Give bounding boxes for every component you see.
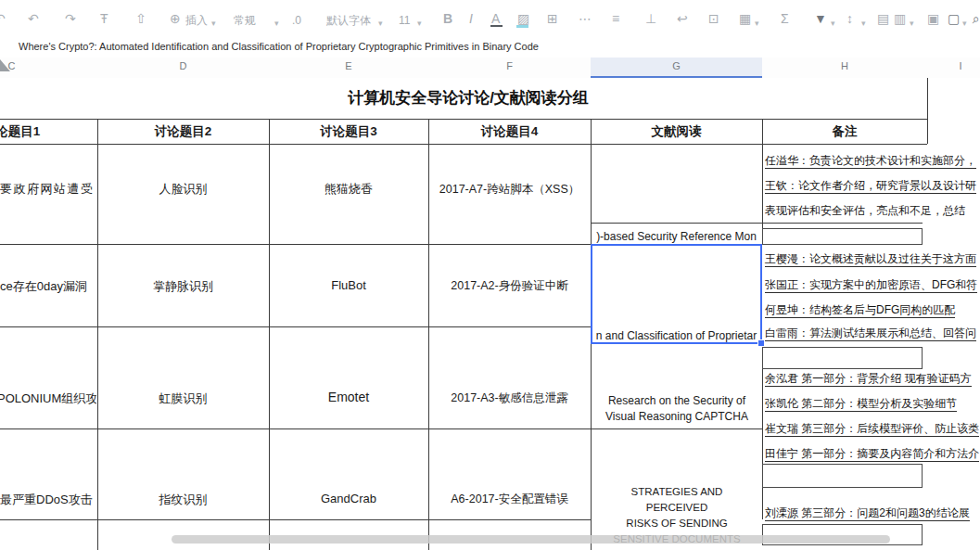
cell-g-row3[interactable]: Research on the Security of Visual Reaso… [605,393,749,425]
note-line[interactable]: 张国正：实现方案中的加密原语、DFG和符 [765,278,977,292]
cell-d-row4[interactable]: 指纹识别 [97,492,269,508]
borders-icon[interactable]: ⊞ [547,10,558,27]
cell-c-row3[interactable]: POLONIUM组织攻 [0,390,96,407]
spreadsheet-app: ↶ ↶ ↷ Ŧ ⇧ ⊕ 插入 ▾ 常规 ▾ .0 默认字体 ▾ 11 ▾ B I… [0,0,980,550]
filter-caret-icon[interactable]: ▾ [831,15,835,32]
search-icon[interactable]: ⌕ [973,10,980,27]
note-line[interactable]: 余泓君 第一部分：背景介绍 现有验证码方 [765,372,972,386]
insert-plus-icon[interactable]: ⊕ [170,10,181,27]
grid-line [0,519,591,520]
header-topic3[interactable]: 讨论题目3 [269,123,428,140]
cell-c-row2[interactable]: ce存在0day漏洞 [0,278,96,295]
selected-cell-outline[interactable] [591,244,762,344]
cell-e-row2[interactable]: FluBot [269,278,428,292]
merge-caret-icon[interactable]: ▾ [755,15,759,32]
font-name-caret-icon[interactable]: ▾ [378,15,383,32]
data-format-icon[interactable]: ▥ [894,10,906,27]
fill-accent-bar [516,25,528,28]
font-size-caret-icon[interactable]: ▾ [417,15,422,32]
note-line[interactable]: 田佳宁 第一部分：摘要及内容简介和方法介 [765,447,979,461]
sort-icon[interactable]: ↕ [846,10,853,27]
cell-d-row2[interactable]: 掌静脉识别 [97,278,269,295]
vertical-align-icon[interactable]: ⊥ [645,10,656,27]
sort-caret-icon[interactable]: ▾ [861,15,866,32]
cell-f-row4[interactable]: A6-2017-安全配置错误 [428,492,591,507]
font-name-select[interactable]: 默认字体 [326,12,371,29]
header-remarks[interactable]: 备注 [762,123,927,140]
header-reading[interactable]: 文献阅读 [591,123,762,140]
cell-f-row3[interactable]: 2017-A3-敏感信息泄露 [428,390,591,406]
selection-fill-handle[interactable] [757,339,765,347]
column-header-i[interactable]: I [927,60,980,71]
column-header-f[interactable]: F [428,60,591,71]
column-header-d[interactable]: D [97,60,269,71]
note-line[interactable]: 任溢华：负责论文的技术设计和实施部分， [765,154,976,168]
header-topic1[interactable]: 讨论题目1 [0,123,97,140]
header-topic2[interactable]: 讨论题目2 [97,123,269,140]
empty-note-cell[interactable] [762,228,923,245]
cell-e-row1[interactable]: 熊猫烧香 [269,181,428,198]
insert-caret-icon[interactable]: ▾ [211,15,216,32]
column-header-c[interactable]: C [0,60,97,71]
formula-bar[interactable]: Where's Crypto?: Automated Identificatio… [0,37,980,58]
cell-g-row1-overflow[interactable]: )-based Security Reference Mon [592,230,761,243]
cell-c-row4[interactable]: 最严重DDoS攻击 [0,492,96,508]
note-line[interactable]: 王樱漫：论文概述贡献以及过往关于这方面 [765,252,976,266]
sheet-title[interactable]: 计算机安全导论讨论/文献阅读分组 [0,87,936,109]
italic-button[interactable]: I [469,10,473,27]
cell-c-row1[interactable]: 要政府网站遭受 [0,181,96,198]
column-header-g[interactable]: G [591,60,762,71]
cell-f-row2[interactable]: 2017-A2-身份验证中断 [428,278,591,294]
cell-f-row1[interactable]: 2017-A7-跨站脚本（XSS） [428,182,591,198]
data-format-caret-icon[interactable]: ▾ [910,15,914,32]
column-header-h[interactable]: H [762,60,927,71]
cell-d-row3[interactable]: 虹膜识别 [97,390,269,407]
horizontal-scrollbar-thumb[interactable] [172,535,890,544]
grid-line [0,144,927,145]
cell-e-row4[interactable]: GandCrab [269,492,428,505]
empty-note-cell[interactable] [762,464,923,488]
undo-icon[interactable]: ↶ [28,10,39,27]
redo-icon[interactable]: ↷ [65,10,76,27]
number-format-select[interactable]: 常规 [234,12,256,29]
column-header-strip: C D E F G H I [0,58,980,78]
filter-icon[interactable]: ▼ [814,10,827,27]
grid-line [762,344,763,519]
lock-cell-icon[interactable]: ▣ [927,10,939,27]
grid-line [591,223,923,224]
table-style-icon[interactable]: ▤ [877,10,889,27]
export-icon[interactable]: ⇧ [135,10,146,27]
note-line[interactable]: 白雷雨：算法测试结果展示和总结、回答问 [765,326,976,340]
toolbar: ↶ ↶ ↷ Ŧ ⇧ ⊕ 插入 ▾ 常规 ▾ .0 默认字体 ▾ 11 ▾ B I… [0,0,980,37]
note-line[interactable]: 何昱坤：结构签名后与DFG同构的匹配 [765,303,955,317]
note-line[interactable]: 刘溧源 第三部分：问题2和问题3的结论展 [765,506,970,520]
view-caret-icon[interactable]: ▾ [962,15,967,32]
cell-e-row3[interactable]: Emotet [269,390,428,404]
undo-partial-icon[interactable]: ↶ [0,10,6,27]
merge-options-icon[interactable]: ▦ [739,10,751,27]
grid-line [0,326,591,327]
cell-d-row1[interactable]: 人脸识别 [97,181,269,198]
column-header-e[interactable]: E [269,60,428,71]
note-line[interactable]: 张凯伦 第二部分：模型分析及实验细节 [765,397,957,411]
formula-bar-value[interactable]: Where's Crypto?: Automated Identificatio… [19,41,539,52]
bold-button[interactable]: B [443,10,452,27]
note-line[interactable]: 表现评估和安全评估，亮点和不足，总结 [765,204,965,218]
merge-cells-icon[interactable]: ⊡ [708,10,719,27]
insert-button[interactable]: 插入 [185,12,208,29]
align-icon[interactable]: ≡ [612,10,619,27]
decimal-button[interactable]: .0 [292,12,301,29]
format-painter-icon[interactable]: Ŧ [100,10,108,27]
sum-icon[interactable]: Σ [781,10,789,27]
number-format-caret-icon[interactable]: ▾ [274,15,279,32]
empty-note-cell[interactable] [762,347,923,369]
note-line[interactable]: 崔文瑞 第三部分：后续模型评价、防止该类 [765,422,979,436]
note-line[interactable]: 王钦：论文作者介绍，研究背景以及设计研 [765,179,976,193]
view-mode-icon[interactable]: ▢ [948,10,960,27]
font-size-select[interactable]: 11 [399,12,410,29]
header-topic4[interactable]: 讨论题目4 [428,123,591,140]
wrap-text-icon[interactable]: ↩ [677,10,688,27]
grid-line [0,119,927,120]
underline-accent-bar [490,25,503,27]
more-icon[interactable]: ⋯ [579,10,592,27]
